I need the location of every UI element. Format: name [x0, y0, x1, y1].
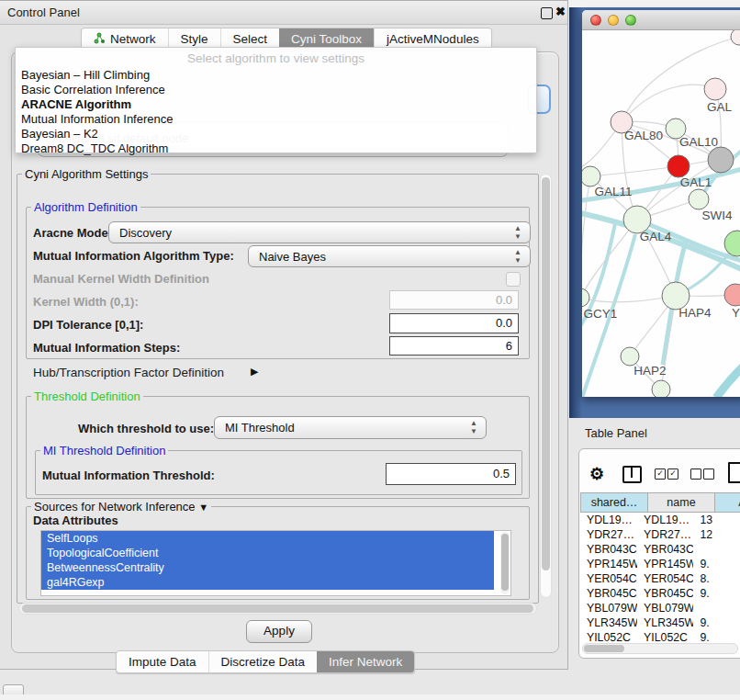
column-header[interactable]: name: [648, 492, 715, 513]
collapsed-arrow-icon[interactable]: ▶: [251, 366, 258, 378]
table-cell: YDL19…: [580, 513, 637, 527]
network-edge[interactable]: [716, 361, 740, 397]
network-edge[interactable]: [590, 166, 678, 176]
network-node[interactable]: [708, 147, 734, 173]
table-cell: YDR27…: [580, 527, 637, 542]
node-label: GAL80: [624, 129, 663, 142]
mi-threshold-field[interactable]: 0.5: [386, 463, 516, 485]
network-node-gcy1[interactable]: [582, 288, 589, 307]
minimize-traffic-light-icon[interactable]: [608, 15, 619, 26]
sources-group-title[interactable]: Sources for Network Inference ▼: [31, 500, 211, 514]
mi-steps-field[interactable]: 6: [389, 336, 519, 356]
table-row[interactable]: YER054CYER054C8.: [580, 571, 740, 586]
close-traffic-light-icon[interactable]: [590, 15, 601, 26]
tab-label: Infer Network: [329, 655, 402, 669]
unchecked-checkbox-icon[interactable]: [703, 469, 714, 480]
expanded-arrow-icon[interactable]: ▼: [198, 502, 208, 513]
dropdown-item[interactable]: ARACNE Algorithm: [16, 97, 536, 112]
document-icon[interactable]: [728, 462, 740, 483]
table-cell: 8.: [693, 571, 740, 586]
apply-button[interactable]: Apply: [246, 620, 312, 643]
dropdown-item[interactable]: Dream8 DC_TDC Algorithm: [16, 141, 536, 156]
float-icon[interactable]: [541, 7, 553, 19]
table-row[interactable]: YDR27…YDR27…12: [580, 527, 740, 542]
table-row[interactable]: YBR045CYBR045C9.: [580, 586, 740, 601]
node-label: GAL4: [640, 230, 672, 243]
table-row[interactable]: YIL052CYIL052C9.: [580, 630, 740, 641]
table-cell: YDL19…: [637, 513, 693, 527]
node-label: HAP4: [678, 306, 712, 320]
network-window: GALGAL80GAL10GAL1GAL11SWI4GAL4GCY1HAP4YH…: [582, 10, 740, 397]
column-header[interactable]: A: [715, 492, 740, 513]
data-attributes-list[interactable]: SelfLoopsTopologicalCoefficientBetweenne…: [40, 530, 511, 596]
tab-impute-data[interactable]: Impute Data: [117, 651, 208, 672]
table-cell: YBR043C: [637, 542, 693, 557]
table-cell: YPR145W: [580, 557, 637, 571]
columns-icon[interactable]: [622, 466, 642, 483]
kernel-width-field[interactable]: 0.0: [389, 290, 519, 310]
node-label: GAL10: [679, 135, 718, 149]
tab-discretize-data[interactable]: Discretize Data: [208, 651, 318, 672]
table-row[interactable]: YLR345WYLR345W9.: [580, 615, 740, 630]
table-row[interactable]: YBR043CYBR043C: [580, 542, 740, 557]
table-cell: YBL079W: [580, 601, 637, 615]
settings-horizontal-scrollbar-thumb[interactable]: [22, 604, 533, 613]
network-node-hap2[interactable]: [621, 347, 639, 366]
checked-checkbox-icon[interactable]: ✓: [667, 469, 678, 480]
table-cell: YDR27…: [637, 527, 693, 542]
table-cell: 9.: [693, 557, 740, 571]
checked-checkbox-icon[interactable]: ✓: [655, 469, 666, 480]
dpi-tolerance-field[interactable]: 0.0: [389, 313, 519, 333]
network-node-gal1[interactable]: [667, 155, 690, 177]
settings-vertical-scrollbar-thumb[interactable]: [542, 177, 550, 570]
table-cell: YLR345W: [637, 615, 693, 630]
hub-section-label[interactable]: Hub/Transcription Factor Definition: [33, 366, 224, 379]
close-icon[interactable]: ✖: [555, 5, 566, 18]
cyni-bottom-tabs: Impute DataDiscretize DataInfer Network: [116, 650, 415, 673]
table-cell: YIL052C: [580, 630, 637, 641]
dropdown-item[interactable]: Bayesian – K2: [16, 127, 536, 141]
attribute-item[interactable]: SelfLoops: [41, 531, 494, 546]
tab-label: jActiveMNodules: [387, 32, 479, 46]
dropdown-item[interactable]: Bayesian – Hill Climbing: [16, 68, 536, 83]
network-edge[interactable]: [582, 176, 590, 298]
table-row[interactable]: YBL079WYBL079W: [580, 601, 740, 615]
attribute-item[interactable]: TopologicalCoefficient: [41, 546, 494, 560]
aracne-mode-combo[interactable]: Discovery ▲▼: [108, 221, 531, 243]
dropdown-item[interactable]: Basic Correlation Inference: [16, 83, 536, 97]
table-horizontal-scrollbar-thumb[interactable]: [584, 645, 624, 652]
attribute-item[interactable]: gal4RGexp: [41, 575, 494, 590]
network-window-titlebar[interactable]: [582, 10, 740, 30]
attribute-item[interactable]: BetweennessCentrality: [41, 560, 494, 575]
table-cell: 13: [693, 513, 740, 527]
tab-infer-network[interactable]: Infer Network: [317, 651, 414, 672]
node-label: HAP2: [633, 364, 666, 378]
zoom-traffic-light-icon[interactable]: [625, 15, 636, 26]
network-canvas[interactable]: GALGAL80GAL10GAL1GAL11SWI4GAL4GCY1HAP4YH…: [582, 30, 740, 397]
table-cell: [693, 601, 740, 615]
network-node-gal[interactable]: [704, 78, 726, 100]
network-node[interactable]: [652, 380, 670, 397]
mi-threshold-label: Mutual Information Threshold:: [42, 469, 215, 482]
network-node-gal11[interactable]: [582, 166, 600, 186]
manual-kernel-label: Manual Kernel Width Definition: [33, 272, 209, 286]
network-node[interactable]: [724, 231, 740, 256]
network-node[interactable]: [731, 30, 740, 45]
table-row[interactable]: YPR145WYPR145W9.: [580, 557, 740, 571]
unchecked-checkbox-icon[interactable]: [690, 469, 701, 480]
network-node-swi4[interactable]: [689, 189, 709, 209]
gear-icon[interactable]: ⚙: [589, 464, 604, 484]
mi-type-combo[interactable]: Naive Bayes ▲▼: [248, 245, 531, 267]
network-edge[interactable]: [622, 85, 715, 122]
network-node-y[interactable]: [724, 284, 740, 306]
column-header[interactable]: shared…: [580, 492, 648, 513]
table-cell: 9.: [693, 586, 740, 601]
table-cell: YBL079W: [637, 601, 693, 615]
manual-kernel-checkbox[interactable]: [506, 272, 521, 287]
attributes-scrollbar-thumb[interactable]: [501, 534, 509, 591]
table-cell: YER054C: [637, 571, 693, 586]
mi-threshold-definition-title: MI Threshold Definition: [40, 444, 168, 457]
table-row[interactable]: YDL19…YDL19…13: [580, 513, 740, 527]
dropdown-item[interactable]: Mutual Information Inference: [16, 112, 536, 127]
which-threshold-combo[interactable]: MI Threshold ▲▼: [214, 416, 487, 439]
